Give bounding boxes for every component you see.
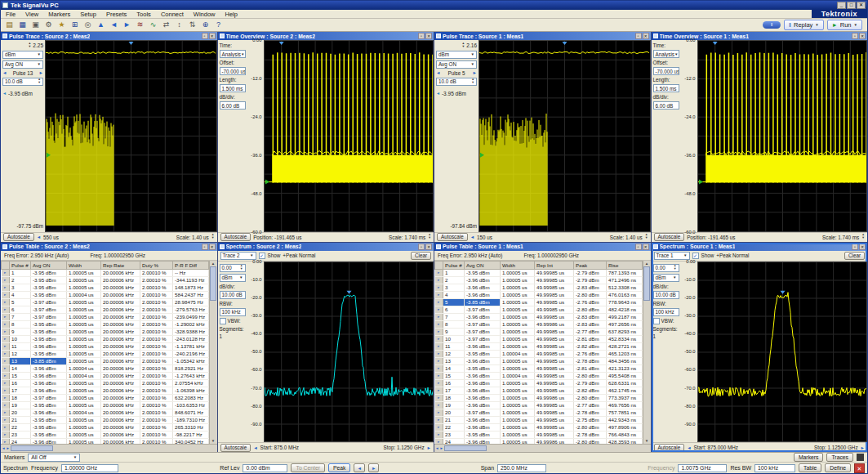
trace-dropdown[interactable]: Trace 1▼: [654, 252, 690, 260]
time-mode-dropdown[interactable]: Analysis▼: [220, 50, 246, 58]
table-row[interactable]: ▸6-3.97 dBm1.00005 us49.99985 us-2.80 dB…: [435, 306, 643, 313]
panel-close-button[interactable]: ✕: [425, 33, 432, 39]
scrollbar-thumb[interactable]: [11, 445, 53, 451]
table-row[interactable]: ▸12-3.95 dBm1.00004 us49.99985 us-2.76 d…: [435, 350, 643, 357]
span-field[interactable]: 250.0 MHz: [497, 464, 546, 472]
spectrum-graph[interactable]: [697, 262, 868, 443]
table-row[interactable]: ▸19-3.95 dBm1.00005 us20.00006 kHz2.0001…: [2, 401, 209, 409]
scroll-up-icon[interactable]: ▲: [645, 262, 648, 266]
pulse-trace-graph[interactable]: [45, 40, 217, 232]
scroll-left-icon[interactable]: ◄: [435, 446, 438, 450]
table-row[interactable]: ▸24-3.96 dBm1.00005 us20.00006 kHz2.0001…: [2, 438, 209, 444]
table-row[interactable]: ▸5-3.97 dBm1.00005 us20.00006 kHz2.00010…: [2, 298, 209, 306]
pan-left-icon[interactable]: ◄: [253, 445, 257, 450]
print-icon[interactable]: ▣: [29, 20, 42, 30]
vertical-scrollbar[interactable]: ▲▼: [643, 261, 651, 445]
units-dropdown[interactable]: dBm▼: [436, 51, 477, 59]
pulse-table[interactable]: Pulse #Avg ONWidthRep RateDuty %P-R F Di…: [1, 261, 209, 445]
vbw-checkbox[interactable]: [220, 318, 226, 324]
scale-spinner[interactable]: ▲▼: [211, 234, 215, 240]
offset-field[interactable]: -70.000 us: [220, 67, 246, 75]
autoscale-button[interactable]: Autoscale: [220, 444, 251, 452]
panel-pin-button[interactable]: ▫: [635, 244, 642, 250]
analysis-icon[interactable]: ⇄: [160, 20, 172, 30]
table-row[interactable]: ▸17-3.96 dBm1.00005 us20.00006 kHz2.0001…: [2, 387, 209, 394]
db-per-div-field[interactable]: 10.00 dB: [220, 291, 246, 299]
menu-window[interactable]: Window: [189, 11, 220, 18]
define-panel-button[interactable]: Define: [825, 463, 851, 472]
scroll-down-icon[interactable]: ▼: [211, 439, 215, 443]
column-header[interactable]: Rep Rate: [101, 261, 140, 269]
pulse-selector[interactable]: ◄Pulse 5►: [436, 70, 477, 76]
ref-level-field[interactable]: 0.00▲▼: [220, 264, 246, 272]
db-per-div-field[interactable]: 10.0 dB▲▼: [436, 78, 477, 86]
panel-close-button[interactable]: ✕: [859, 33, 866, 39]
ref-lev-field[interactable]: 0.00 dBm: [243, 464, 287, 472]
scroll-up-icon[interactable]: ▲: [211, 262, 215, 266]
column-header[interactable]: Duty %: [140, 261, 173, 269]
table-row[interactable]: ▸1-3.95 dBm1.00005 us20.00006 kHz2.00010…: [2, 269, 209, 276]
table-row[interactable]: ▸16-3.96 dBm1.00005 us20.00006 kHz2.0001…: [2, 379, 209, 387]
table-row[interactable]: ▸23-3.95 dBm1.00005 us20.00006 kHz2.0001…: [2, 431, 209, 438]
frequency-field[interactable]: 1.00000 GHz: [61, 464, 118, 472]
table-row[interactable]: ▸6-3.97 dBm1.00005 us20.00006 kHz2.00010…: [2, 306, 209, 313]
table-row[interactable]: ▸5-3.85 dBm1.00005 us49.99985 us-2.76 dB…: [435, 298, 643, 306]
result-dropdown[interactable]: Avg ON▼: [436, 60, 477, 69]
scroll-down-icon[interactable]: ▼: [645, 439, 648, 443]
trace-dropdown[interactable]: Trace 2▼: [220, 252, 256, 260]
column-header[interactable]: Peak: [574, 261, 607, 269]
table-row[interactable]: ▸18-3.96 dBm1.00005 us49.99986 us-2.80 d…: [435, 394, 643, 401]
column-header[interactable]: Width: [501, 261, 535, 269]
units-dropdown[interactable]: dBm▼: [653, 274, 679, 282]
close-measurement-button[interactable]: ✕: [854, 463, 865, 473]
menu-markers[interactable]: Markers: [43, 11, 75, 18]
table-row[interactable]: ▸22-3.95 dBm1.00005 us20.00006 kHz2.0001…: [2, 423, 209, 431]
table-row[interactable]: ▸3-3.96 dBm1.00005 us49.99985 us-2.83 dB…: [435, 284, 643, 291]
prev-pulse-icon[interactable]: ◄: [436, 70, 440, 75]
table-row[interactable]: ▸14-3.96 dBm1.00004 us20.00006 kHz2.0001…: [2, 364, 209, 372]
table-row[interactable]: ▸19-3.96 dBm1.00005 us49.99985 us-2.77 d…: [435, 401, 643, 409]
length-field[interactable]: 1.500 ms: [220, 84, 246, 92]
menu-connect[interactable]: Connect: [156, 11, 189, 18]
db-per-div-spinner[interactable]: ▲▼: [471, 78, 474, 85]
run-button[interactable]: ►Run▼: [827, 20, 862, 30]
panel-close-button[interactable]: ✕: [643, 244, 649, 250]
db-per-div-spinner[interactable]: ▲▼: [38, 78, 41, 85]
save-icon[interactable]: ▦: [16, 20, 29, 30]
pan-left-icon[interactable]: ◄: [37, 235, 41, 239]
next-pulse-icon[interactable]: ►: [473, 70, 477, 75]
panel-close-button[interactable]: ✕: [643, 33, 649, 39]
clear-button[interactable]: Clear: [411, 252, 431, 260]
offset-field[interactable]: -70.000 us: [653, 67, 679, 75]
presets-icon[interactable]: ★: [56, 20, 68, 30]
horizontal-scrollbar[interactable]: ◄►: [434, 444, 651, 452]
next-pulse-icon[interactable]: ►: [39, 70, 43, 75]
column-header[interactable]: Width: [67, 261, 101, 269]
prev-pulse-icon[interactable]: ◄: [2, 70, 7, 75]
table-row[interactable]: ▸14-3.95 dBm1.00005 us49.99985 us-2.81 d…: [435, 364, 643, 372]
panel-close-button[interactable]: ✕: [425, 244, 432, 250]
ref-level-spinner[interactable]: ▲▼: [674, 265, 677, 271]
table-row[interactable]: ▸24-3.96 dBm1.00005 us49.99986 us-2.80 d…: [435, 438, 643, 444]
frequency-icon[interactable]: ⇅: [186, 20, 198, 30]
peak-left-button[interactable]: ◄: [354, 463, 364, 472]
table-row[interactable]: ▸16-3.96 dBm1.00005 us49.99985 us-2.79 d…: [435, 379, 643, 387]
pan-right-icon[interactable]: ►: [861, 445, 865, 450]
peak-search-icon[interactable]: ▲: [95, 20, 107, 30]
table-row[interactable]: ▸4-3.96 dBm1.00005 us49.99985 us-2.80 dB…: [435, 291, 643, 298]
table-row[interactable]: ▸2-3.96 dBm1.00005 us49.99985 us-2.79 dB…: [435, 276, 643, 284]
maximize-button[interactable]: □: [847, 2, 856, 9]
panel-titlebar[interactable]: Pulse Table : Source 1 : Meas1 ▫✕: [434, 243, 651, 251]
top-scale-spinner[interactable]: ▲▼: [462, 42, 465, 49]
markers-mode-dropdown[interactable]: All Off▼: [28, 454, 80, 462]
pan-left-icon[interactable]: ◄: [687, 445, 691, 450]
menu-tools[interactable]: Tools: [131, 11, 156, 18]
panel-titlebar[interactable]: Pulse Trace : Source 1 : Meas1 ▫✕: [434, 32, 651, 40]
column-header[interactable]: Pulse #: [10, 261, 31, 269]
table-panel-button[interactable]: Table: [799, 463, 821, 472]
table-row[interactable]: ▸23-3.95 dBm1.00005 us49.99985 us-2.78 d…: [435, 431, 643, 438]
replay-button[interactable]: ‖Replay▼: [784, 20, 824, 30]
autoscale-button[interactable]: Autoscale: [654, 233, 685, 241]
scroll-right-icon[interactable]: ►: [6, 446, 9, 450]
help-icon[interactable]: ?: [212, 20, 225, 30]
